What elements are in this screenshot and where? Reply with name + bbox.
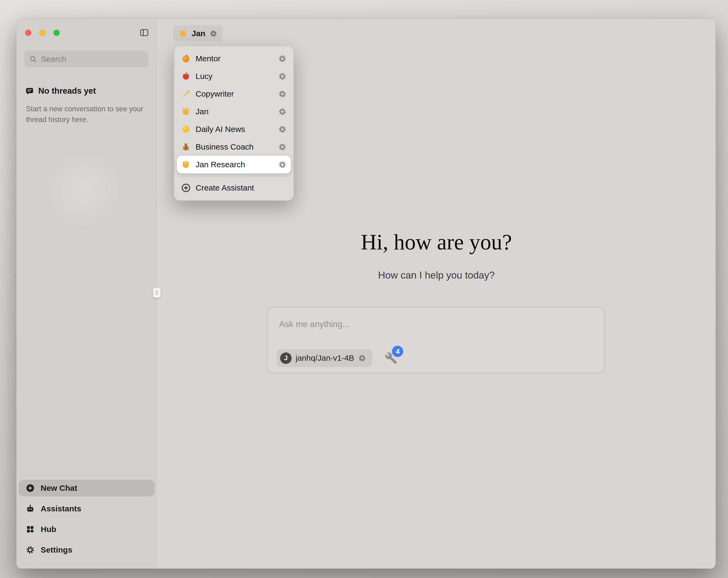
greeting-subtitle: How can I help you today? <box>157 270 716 281</box>
model-avatar: J <box>280 352 292 364</box>
gear-icon[interactable] <box>358 354 366 362</box>
robot-icon <box>26 504 35 513</box>
minimize-button[interactable] <box>39 30 46 36</box>
menu-item-business-coach[interactable]: Business Coach <box>177 138 291 156</box>
assistant-dropdown-menu: Mentor Lucy Copywriter Jan Daily AI News <box>174 46 294 201</box>
gear-icon[interactable] <box>278 107 287 116</box>
money-bag-icon <box>181 142 191 152</box>
nav-label: Hub <box>41 525 56 534</box>
gear-icon[interactable] <box>278 72 287 80</box>
assistant-selector-chip[interactable]: Jan <box>173 25 223 42</box>
empty-title-text: No threads yet <box>38 86 96 96</box>
plus-circle-outline-icon <box>181 183 191 193</box>
sidebar: No threads yet Start a new conversation … <box>16 19 157 569</box>
search-icon <box>29 55 37 63</box>
sidebar-item-hub[interactable]: Hub <box>19 521 155 537</box>
menu-item-mentor[interactable]: Mentor <box>177 50 291 68</box>
gear-icon[interactable] <box>278 125 287 133</box>
pencil-icon <box>181 89 191 99</box>
nav-label: Settings <box>41 545 72 554</box>
tools-button[interactable]: 4 <box>385 352 397 365</box>
sidebar-item-assistants[interactable]: Assistants <box>19 500 155 517</box>
composer-toolbar: J janhq/Jan-v1-4B 4 <box>277 349 397 367</box>
model-name: janhq/Jan-v1-4B <box>296 353 354 362</box>
menu-item-label: Copywriter <box>196 90 274 99</box>
apple-icon <box>181 71 191 81</box>
zoom-button[interactable] <box>53 30 60 36</box>
plus-circle-icon <box>26 483 35 493</box>
wave-icon <box>181 160 191 169</box>
orange-icon <box>181 54 191 64</box>
assistant-name: Jan <box>191 29 206 38</box>
wave-icon <box>181 107 191 117</box>
nav-label: New Chat <box>41 483 77 493</box>
menu-item-label: Business Coach <box>196 142 274 151</box>
gear-icon[interactable] <box>209 30 217 37</box>
greeting-title: Hi, how are you? <box>157 230 716 255</box>
chat-bubble-icon <box>25 87 34 96</box>
close-button[interactable] <box>25 30 31 36</box>
chat-composer[interactable]: J janhq/Jan-v1-4B 4 <box>267 307 605 373</box>
menu-item-daily-ai-news[interactable]: Daily AI News <box>177 120 291 138</box>
chat-input[interactable] <box>279 319 520 329</box>
empty-state-subtitle: Start a new conversation to see your thr… <box>26 104 147 125</box>
yellow-circle-icon <box>181 124 191 134</box>
search-input[interactable] <box>41 55 144 64</box>
gear-icon[interactable] <box>278 143 287 151</box>
menu-item-lucy[interactable]: Lucy <box>177 68 291 85</box>
gear-icon[interactable] <box>278 55 287 63</box>
window-controls <box>25 30 60 36</box>
menu-item-label: Jan <box>196 107 274 116</box>
grip-dots-icon <box>155 290 159 296</box>
sidebar-item-settings[interactable]: Settings <box>19 542 155 558</box>
wave-icon <box>179 29 187 38</box>
grid-icon <box>26 525 35 534</box>
sidebar-item-new-chat[interactable]: New Chat <box>19 480 155 496</box>
menu-item-copywriter[interactable]: Copywriter <box>177 85 291 103</box>
tools-count-badge: 4 <box>392 346 403 357</box>
menu-item-jan[interactable]: Jan <box>177 103 291 120</box>
nav-label: Assistants <box>41 504 81 513</box>
sidebar-resize-handle[interactable] <box>153 288 160 298</box>
model-selector-chip[interactable]: J janhq/Jan-v1-4B <box>277 349 372 367</box>
gear-icon <box>26 545 35 554</box>
sidebar-toggle-icon[interactable] <box>139 28 149 37</box>
menu-item-label: Daily AI News <box>196 125 274 134</box>
menu-item-label: Mentor <box>196 54 274 63</box>
menu-item-jan-research[interactable]: Jan Research <box>177 156 291 173</box>
menu-divider <box>179 176 289 176</box>
sidebar-bottom-nav: New Chat Assistants Hub Settings <box>19 480 155 558</box>
main-area: Jan Mentor Lucy Copywriter Jan <box>157 19 716 569</box>
gear-icon[interactable] <box>278 90 287 98</box>
menu-item-label: Jan Research <box>196 160 274 169</box>
gear-icon[interactable] <box>278 160 287 169</box>
menu-item-create-assistant[interactable]: Create Assistant <box>177 179 291 197</box>
search-field[interactable] <box>24 51 148 68</box>
empty-state-title: No threads yet <box>25 86 96 96</box>
menu-item-label: Create Assistant <box>196 183 287 193</box>
menu-item-label: Lucy <box>196 72 274 81</box>
app-window: No threads yet Start a new conversation … <box>16 19 716 569</box>
